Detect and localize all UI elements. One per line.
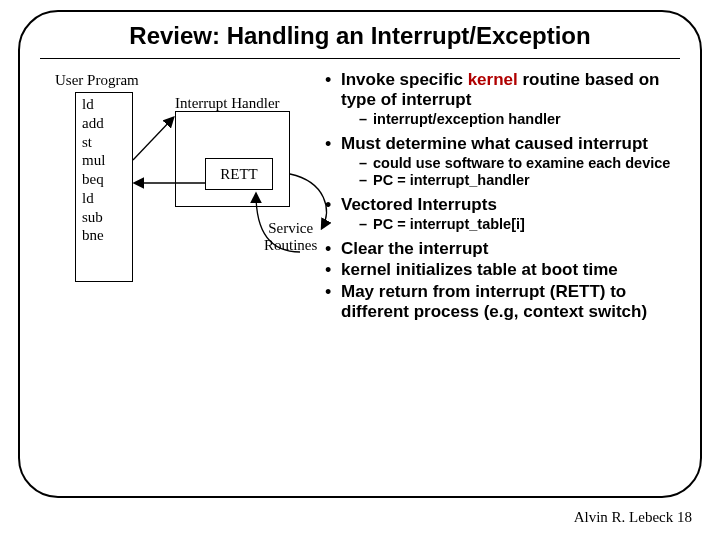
instr-sub: sub <box>82 208 126 227</box>
bullet-list: Invoke specific kernel routine based on … <box>325 70 695 323</box>
instr-bne: bne <box>82 226 126 245</box>
bullet-clear-text: Clear the interrupt <box>341 239 488 258</box>
service-routines-label: Service Routines <box>264 220 317 253</box>
slide-title: Review: Handling an Interrupt/Exception <box>0 22 720 50</box>
bullet-invoke-kernel: kernel <box>468 70 518 89</box>
bullet-determine: Must determine what caused interrupt cou… <box>325 134 695 189</box>
sub-software: could use software to examine each devic… <box>359 155 695 172</box>
sub-pc-table: PC = interrupt_table[i] <box>359 216 695 233</box>
rett-label: RETT <box>220 166 258 183</box>
bullet-return: May return from interrupt (RETT) to diff… <box>325 282 695 321</box>
service-routines-l1: Service <box>268 220 313 236</box>
bullet-init-text: kernel initializes table at boot time <box>341 260 618 279</box>
rett-box: RETT <box>205 158 273 190</box>
service-routines-l2: Routines <box>264 237 317 253</box>
sub-ieh: interrupt/exception handler <box>359 111 695 128</box>
instr-beq: beq <box>82 170 126 189</box>
bullet-return-text: May return from interrupt (RETT) to diff… <box>341 282 647 321</box>
bullet-vectored: Vectored Interrupts PC = interrupt_table… <box>325 195 695 233</box>
instr-st: st <box>82 133 126 152</box>
instr-mul: mul <box>82 151 126 170</box>
sub-pc-handler: PC = interrupt_handler <box>359 172 695 189</box>
bullet-clear: Clear the interrupt <box>325 239 695 259</box>
user-program-box: ld add st mul beq ld sub bne <box>75 92 133 282</box>
bullet-init: kernel initializes table at boot time <box>325 260 695 280</box>
title-underline <box>40 58 680 59</box>
bullet-invoke-pre: Invoke specific <box>341 70 468 89</box>
footer: Alvin R. Lebeck 18 <box>574 509 692 526</box>
instr-ld: ld <box>82 95 126 114</box>
bullet-vectored-text: Vectored Interrupts <box>341 195 497 214</box>
instr-add: add <box>82 114 126 133</box>
bullet-invoke: Invoke specific kernel routine based on … <box>325 70 695 128</box>
user-program-label: User Program <box>55 72 139 89</box>
bullet-determine-text: Must determine what caused interrupt <box>341 134 648 153</box>
interrupt-handler-label: Interrupt Handler <box>175 95 280 112</box>
instr-ld2: ld <box>82 189 126 208</box>
